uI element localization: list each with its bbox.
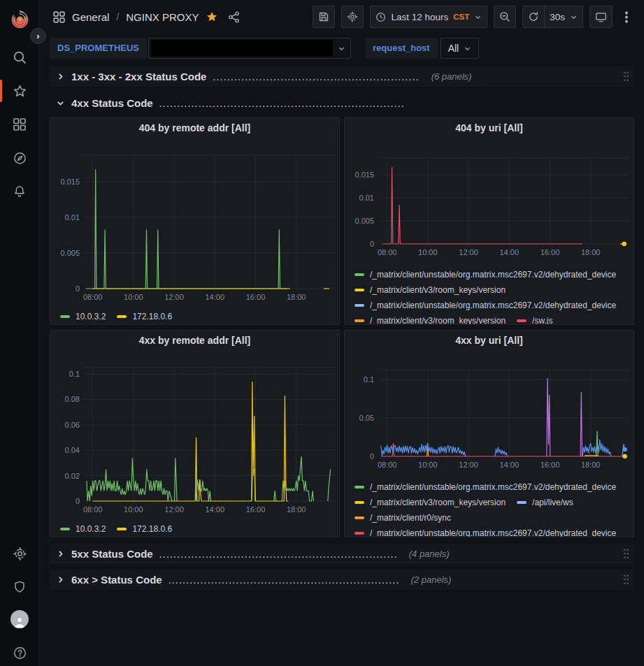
dashboard-settings-button[interactable]: [341, 6, 364, 28]
expand-sidebar-button[interactable]: ›: [30, 28, 46, 44]
legend-item[interactable]: 10.0.3.2: [60, 311, 106, 322]
explore-compass-icon[interactable]: [0, 144, 39, 172]
legend-item[interactable]: /_matrix/client/unstable/org.matrix.msc2…: [355, 482, 616, 493]
tv-mode-button[interactable]: [589, 6, 613, 28]
panel-4xx-by-uri: 4xx by uri [All] 00.050.108:0010:0012:00…: [344, 330, 634, 537]
alerting-bell-icon[interactable]: [0, 178, 39, 205]
apps-grid-icon[interactable]: [53, 11, 65, 23]
sidebar: ›: [0, 0, 39, 666]
legend-label: 172.18.0.6: [132, 312, 172, 321]
svg-text:08:00: 08:00: [83, 505, 103, 514]
chevron-down-icon: [56, 99, 65, 108]
save-dashboard-button[interactable]: [313, 6, 335, 28]
favorite-star-icon[interactable]: [206, 10, 218, 23]
timeseries-chart: 00.0050.010.01508:0010:0012:0014:0016:00…: [345, 138, 634, 258]
legend-item[interactable]: 172.18.0.6: [117, 311, 172, 322]
svg-text:18:00: 18:00: [581, 248, 601, 256]
breadcrumb-separator: /: [116, 11, 119, 22]
row-title: 4xx Status Code: [71, 97, 153, 109]
legend-swatch: [355, 304, 364, 307]
legend-item[interactable]: /_matrix/client/r0/sync: [355, 512, 451, 523]
chevron-down-icon: [474, 13, 482, 21]
svg-text:18:00: 18:00: [581, 461, 601, 469]
svg-text:0.005: 0.005: [60, 249, 80, 257]
server-admin-shield-icon[interactable]: [0, 573, 39, 601]
panel-4xx-by-remote-addr: 4xx by remote addr [All] 00.020.040.060.…: [50, 330, 340, 537]
dashboards-icon[interactable]: [0, 110, 39, 138]
chevron-right-icon: [56, 575, 65, 584]
legend-label: /_matrix/client/v3/room_keys/version: [370, 285, 506, 295]
user-avatar[interactable]: [0, 605, 39, 633]
legend-label: /_matrix/client/unstable/org.matrix.msc2…: [370, 301, 616, 310]
kebab-menu-button[interactable]: [619, 6, 634, 28]
legend-label: /_matrix/client/v3/room_keys/version: [370, 316, 506, 325]
legend-item[interactable]: /_matrix/client/unstable/org.matrix.msc2…: [355, 300, 616, 311]
legend-item[interactable]: /_matrix/client/v3/room_keys/version: [355, 284, 506, 296]
legend-swatch: [355, 289, 364, 291]
refresh-interval-dropdown[interactable]: 30s: [544, 6, 583, 28]
svg-text:12:00: 12:00: [459, 461, 478, 469]
redacted-value: [151, 40, 333, 57]
svg-text:0: 0: [370, 452, 374, 461]
svg-text:14:00: 14:00: [206, 505, 225, 514]
datasource-variable-label[interactable]: DS_PROMETHEUS: [50, 38, 147, 59]
panel-404-by-remote-addr: 404 by remote addr [All] 00.0050.010.015…: [50, 117, 340, 325]
legend-swatch: [355, 516, 364, 519]
host-variable-label[interactable]: request_host: [365, 38, 438, 59]
row-1xx-3xx-2xx[interactable]: 1xx - 3xx - 2xx Status Code ............…: [50, 66, 634, 87]
refresh-button[interactable]: [522, 6, 545, 28]
row-title: 1xx - 3xx - 2xx Status Code: [71, 71, 206, 82]
svg-text:10:00: 10:00: [418, 461, 438, 469]
share-icon[interactable]: [228, 11, 240, 23]
legend-item[interactable]: /sw.js: [517, 315, 552, 325]
breadcrumb-section[interactable]: General: [72, 11, 109, 23]
svg-text:0.005: 0.005: [355, 217, 374, 225]
search-icon[interactable]: [0, 43, 39, 71]
legend-item[interactable]: /_matrix/client/unstable/org.matrix.msc2…: [355, 528, 616, 537]
breadcrumb-dashboard-title[interactable]: NGINX PROXY: [126, 11, 199, 23]
svg-text:0: 0: [370, 240, 374, 248]
chevron-down-icon: [464, 45, 471, 52]
row-title: 5xx Status Code: [71, 548, 153, 560]
avatar-circle: [10, 610, 29, 628]
legend-swatch: [117, 315, 127, 318]
row-drag-handle[interactable]: [623, 574, 629, 586]
row-drag-handle[interactable]: [623, 71, 629, 82]
legend-item[interactable]: /_matrix/client/unstable/org.matrix.msc2…: [355, 269, 616, 280]
host-variable-dropdown[interactable]: All: [441, 38, 480, 59]
legend-item[interactable]: 172.18.0.6: [117, 523, 172, 535]
settings-gear-icon[interactable]: [0, 540, 39, 567]
legend-label: 10.0.3.2: [76, 524, 106, 534]
help-icon[interactable]: [0, 639, 39, 666]
time-range-picker[interactable]: Last 12 hours CST: [370, 6, 487, 28]
panel-title[interactable]: 404 by uri [All]: [345, 118, 634, 138]
panel-title[interactable]: 4xx by remote addr [All]: [50, 331, 339, 350]
row-4xx[interactable]: 4xx Status Code ........................…: [50, 93, 634, 113]
legend-label: /_matrix/client/r0/sync: [370, 513, 451, 523]
timeseries-chart: 00.050.108:0010:0012:0014:0016:0018:00: [345, 350, 634, 470]
legend-swatch: [117, 528, 127, 530]
timeseries-chart: 00.020.040.060.080.108:0010:0012:0014:00…: [50, 350, 339, 516]
svg-text:0.02: 0.02: [65, 472, 80, 480]
legend-swatch: [355, 532, 364, 535]
host-variable-value: All: [448, 43, 459, 54]
legend-item[interactable]: /_matrix/client/v3/room_keys/version: [355, 497, 506, 508]
row-dots: ........................................…: [169, 574, 399, 586]
panel-title[interactable]: 4xx by uri [All]: [345, 331, 634, 350]
legend-item[interactable]: /api/live/ws: [517, 497, 573, 508]
zoom-out-time-button[interactable]: [494, 6, 516, 28]
panel-404-by-uri: 404 by uri [All] 00.0050.010.01508:0010:…: [344, 117, 634, 325]
svg-text:12:00: 12:00: [164, 505, 184, 514]
starred-dashboards-icon[interactable]: [0, 77, 39, 105]
legend-label: /_matrix/client/v3/room_keys/version: [370, 498, 506, 507]
row-drag-handle[interactable]: [623, 548, 629, 560]
panel-title[interactable]: 404 by remote addr [All]: [50, 118, 339, 138]
legend-item[interactable]: /_matrix/client/v3/room_keys/version: [355, 315, 506, 325]
legend-item[interactable]: 10.0.3.2: [60, 523, 106, 535]
row-5xx[interactable]: 5xx Status Code ........................…: [50, 544, 634, 564]
row-6xx[interactable]: 6xx > Status Code ......................…: [50, 570, 634, 590]
datasource-variable-dropdown[interactable]: [148, 38, 351, 59]
svg-text:14:00: 14:00: [500, 248, 520, 256]
svg-text:0.1: 0.1: [69, 370, 80, 378]
svg-text:10:00: 10:00: [124, 293, 143, 301]
